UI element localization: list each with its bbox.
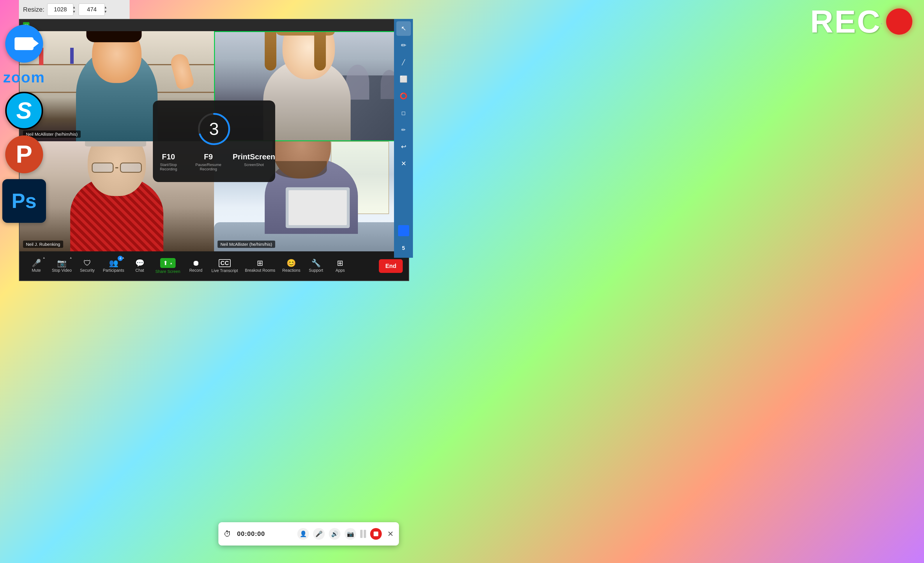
security-label: Security [80,268,94,273]
zoom-header: 🛡 [20,20,409,31]
lasso-tool[interactable]: ⭕ [396,89,411,104]
ps-text-icon: Ps [12,189,37,213]
video-arrow: ▲ [69,256,72,259]
rec-indicator: REC . [810,3,912,40]
person-hair-3 [85,141,146,147]
timer-icon: ⏱ [224,530,231,539]
stop-icon [374,531,378,536]
ppt-p-icon: P [16,140,32,169]
shortcut-f9-key: F9 [204,152,213,161]
mute-arrow: ▲ [42,256,45,259]
chat-label: Chat [135,268,144,273]
delete-tool[interactable]: ✕ [396,156,411,171]
mute-button[interactable]: 🎤 ▲ Mute [26,254,47,278]
rec-dot-small: . [880,17,883,26]
shortcut-f9: F9 Pause/Resume Recording [193,152,224,171]
apps-icon: ⊞ [337,259,344,267]
share-screen-arrow: ▲ [170,261,172,265]
reactions-icon: 😊 [286,259,296,267]
resize-label: Resize: [23,6,44,14]
record-icon: ⏺ [192,259,200,267]
glasses-bridge [116,167,118,168]
breakout-rooms-button[interactable]: ⊞ Breakout Rooms [243,254,278,278]
apps-label: Apps [336,268,345,273]
skype-app-icon[interactable]: S [5,92,43,130]
line-tool[interactable]: ╱ [396,55,411,70]
glasses-left [92,162,114,173]
share-screen-button[interactable]: ⬆ ▲ Share Screen [153,254,183,278]
record-button[interactable]: ⏺ Record [185,254,207,278]
photoshop-app-icon[interactable]: Ps [2,179,46,223]
shortcut-f10-key: F10 [162,152,175,161]
mute-label: Mute [32,268,41,273]
text-tool[interactable]: ✏ [396,123,411,137]
rec-close-btn[interactable]: ✕ [387,530,394,539]
color-swatch-blue[interactable] [398,225,409,236]
live-transcript-button[interactable]: CC Live Transcript [209,254,240,278]
laptop-screen [289,190,347,225]
record-label: Record [189,268,202,273]
chat-button[interactable]: 💬 Chat [129,254,150,278]
breakout-rooms-icon: ⊞ [257,259,263,267]
hair-right [314,31,326,71]
resize-width-input[interactable]: 1028 [47,3,74,16]
rec-photo-btn[interactable]: 📷 [345,528,356,540]
shapes-tool[interactable]: ⬜ [396,72,411,87]
support-button[interactable]: 🔧 Support [305,254,327,278]
cursor-tool[interactable]: ↖ [396,21,411,36]
participant-name-4: Neil McAllister (he/him/his) [218,240,275,248]
zoom-app-icon[interactable] [5,25,43,63]
beard [274,161,327,179]
live-transcript-label: Live Transcript [212,268,238,273]
stop-video-button[interactable]: 📷 ▲ Stop Video [50,254,74,278]
breakout-rooms-label: Breakout Rooms [245,268,275,273]
rec-mic-btn[interactable]: 🎤 [313,528,325,540]
resize-width-value: 1028 [54,6,67,13]
zoom-text: zoom [3,68,45,86]
countdown-ring: 3 [196,111,231,147]
stop-video-label: Stop Video [52,268,72,273]
shortcut-f9-desc: Pause/Resume Recording [193,162,224,171]
reactions-button[interactable]: 😊 Reactions [280,254,303,278]
rec-camera-btn[interactable]: 👤 [297,528,309,540]
zoom-window: 🛡 ✓ Neil McAllister (he/him/his) [19,19,409,281]
support-icon: 🔧 [311,259,321,267]
participant-name-3: Neil J. Rubenking [23,240,63,248]
zoom-toolbar: 🎤 ▲ Mute 📷 ▲ Stop Video 🛡 Security 👥 ▲ 4… [20,251,409,281]
share-screen-icon: ⬆ [163,260,168,267]
hair-left [265,31,276,71]
rec-stop-btn[interactable] [370,528,382,540]
security-toolbar-icon: 🛡 [84,259,91,267]
powerpoint-app-icon[interactable]: P [5,135,43,173]
security-button[interactable]: 🛡 Security [76,254,98,278]
participants-button[interactable]: 👥 ▲ 4 Participants [100,254,126,278]
app-icons-panel: zoom S P Ps [0,19,48,229]
mute-icon: 🎤 [32,259,41,267]
laptop [286,187,350,228]
rec-pause-btn[interactable] [360,530,366,538]
book-2 [70,48,74,64]
share-screen-label: Share Screen [155,269,180,274]
undo-tool[interactable]: ↩ [396,140,411,154]
resize-bar: Resize: 1028 ▲ ▼ 474 ▲ ▼ [19,0,130,19]
glasses [91,162,143,173]
rec-timer-display: 00:00:00 [237,530,265,537]
eraser-tool[interactable]: ◻ [396,106,411,120]
apps-button[interactable]: ⊞ Apps [329,254,351,278]
reactions-label: Reactions [282,268,300,273]
person-hair-2 [276,31,334,36]
shortcut-f10-desc: Start/Stop Recording [153,162,184,171]
countdown-overlay: 3 F10 Start/Stop Recording F9 Pause/Resu… [153,101,275,182]
countdown-number: 3 [209,119,219,139]
pen-tool[interactable]: ✏ [396,38,411,53]
shortcut-ps-desc: ScreenShot [244,162,264,167]
resize-height-input[interactable]: 474 [79,3,105,16]
stroke-size[interactable]: 5 [396,241,411,255]
chat-icon: 💬 [135,259,144,267]
recording-bar: ⏱ 00:00:00 👤 🎤 🔊 📷 ✕ [218,522,399,545]
rec-audio-btn[interactable]: 🔊 [329,528,340,540]
end-button[interactable]: End [379,259,403,273]
live-transcript-icon: CC [219,259,231,267]
countdown-shortcuts: F10 Start/Stop Recording F9 Pause/Resume… [153,152,275,171]
skype-s-icon: S [16,97,32,124]
